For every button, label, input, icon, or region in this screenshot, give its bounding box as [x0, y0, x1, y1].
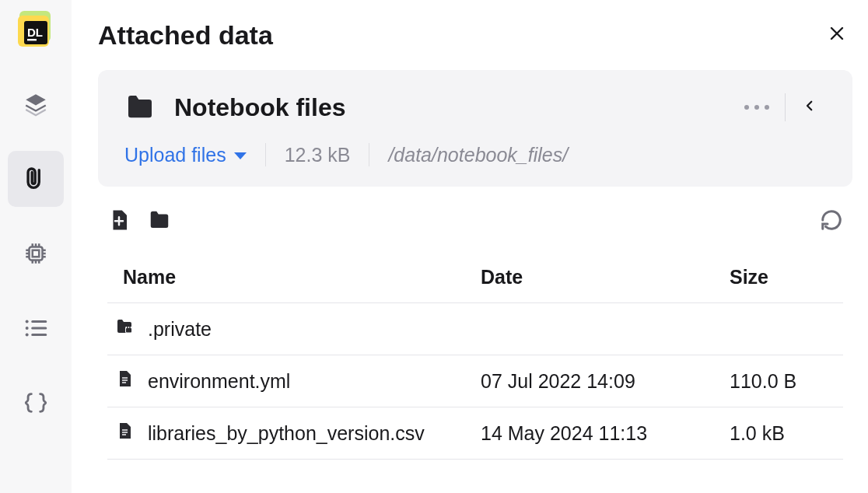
table-row[interactable]: environment.yml 07 Jul 2022 14:09 110.0 … [107, 355, 843, 407]
file-name: environment.yml [148, 370, 290, 393]
panel-header: Notebook files [124, 92, 826, 123]
close-button[interactable] [821, 18, 852, 52]
ellipsis-icon [744, 105, 769, 110]
svg-point-7 [26, 320, 29, 323]
collapse-panel-button[interactable] [786, 99, 826, 116]
caret-down-icon [234, 152, 247, 159]
svg-point-8 [26, 327, 29, 330]
svg-rect-6 [33, 250, 40, 257]
file-name: libraries_by_python_version.csv [148, 422, 425, 445]
refresh-button[interactable] [820, 208, 843, 232]
folder-path: /data/notebook_files/ [388, 144, 568, 166]
col-name: Name [115, 266, 481, 288]
file-date: 14 May 2024 11:13 [481, 422, 730, 445]
svg-rect-5 [30, 247, 43, 260]
sidebar: DL [0, 0, 72, 493]
page-title: Attached data [98, 20, 273, 51]
new-folder-button[interactable] [148, 208, 171, 232]
app-logo: DL [18, 11, 54, 47]
nav-list[interactable] [8, 300, 64, 356]
nav-braces[interactable] [8, 375, 64, 431]
nav-layers[interactable] [8, 76, 64, 132]
table-row[interactable]: libraries_by_python_version.csv 14 May 2… [107, 407, 843, 460]
total-size: 12.3 kB [285, 144, 351, 166]
file-name: .private [148, 318, 212, 341]
panel-subheader: Upload files 12.3 kB /data/notebook_file… [124, 143, 826, 166]
col-size: Size [730, 266, 835, 288]
table-row[interactable]: .private [107, 303, 843, 355]
private-folder-icon [115, 317, 134, 341]
divider [369, 143, 369, 166]
upload-files-label: Upload files [124, 144, 226, 166]
file-table: Name Date Size .private environment.yml … [98, 252, 852, 460]
more-options-button[interactable] [729, 105, 785, 110]
file-size: 110.0 B [730, 370, 835, 393]
main-content: Attached data Notebook files [72, 0, 868, 493]
upload-files-button[interactable]: Upload files [124, 144, 247, 166]
svg-rect-4 [27, 39, 37, 40]
panel-title: Notebook files [174, 93, 345, 122]
divider [265, 143, 266, 166]
file-toolbar [98, 208, 852, 232]
nav-cpu[interactable] [8, 226, 64, 281]
svg-point-9 [26, 334, 29, 337]
new-file-button[interactable] [107, 208, 131, 232]
topbar: Attached data [98, 0, 852, 70]
file-date: 07 Jul 2022 14:09 [481, 370, 730, 393]
file-icon [115, 421, 134, 445]
file-icon [115, 369, 134, 393]
file-size: 1.0 kB [730, 422, 835, 445]
nav-attachments[interactable] [8, 151, 64, 207]
svg-rect-11 [126, 328, 131, 333]
folder-icon [124, 92, 156, 123]
chevron-left-icon [803, 99, 817, 113]
col-date: Date [481, 266, 730, 288]
notebook-files-panel: Notebook files Upload files 12.3 [98, 70, 852, 187]
svg-text:DL: DL [27, 26, 43, 39]
table-header: Name Date Size [107, 252, 843, 303]
